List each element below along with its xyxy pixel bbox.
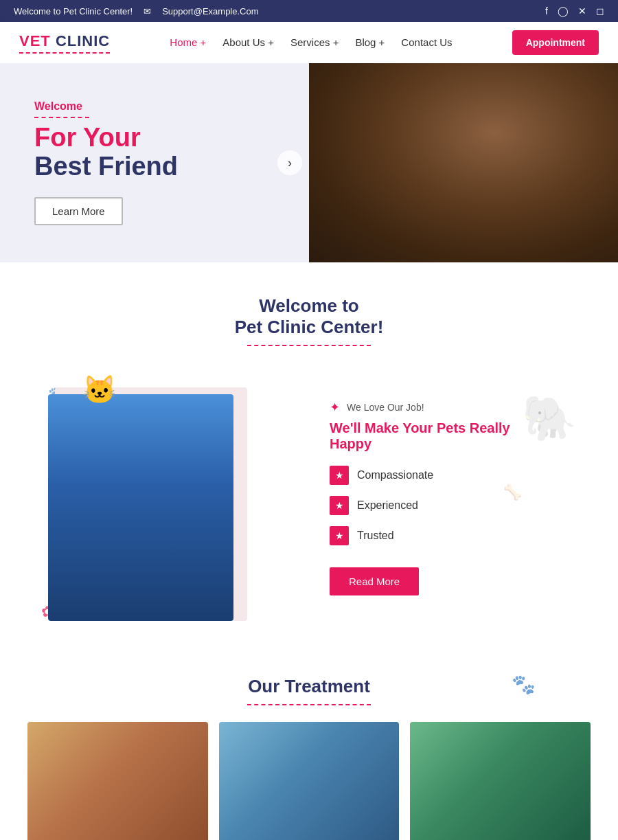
nav-item-blog[interactable]: Blog + — [355, 36, 385, 49]
treatment-image-3 — [410, 722, 591, 840]
topbar-welcome: Welcome to Pet Clinic Center! — [14, 6, 133, 16]
paw-deco-right: 🐾 — [512, 673, 536, 696]
social-links: f ◯ ✕ ◻ — [545, 5, 604, 16]
features-list: ★ Compassionate ★ Experienced ★ Trusted — [330, 466, 577, 545]
welcome-line2: Pet Clinic Center! — [14, 317, 604, 338]
facebook-icon[interactable]: f — [545, 5, 548, 16]
feature-experienced: ★ Experienced — [330, 496, 577, 515]
topbar-email[interactable]: Support@Example.Com — [162, 6, 258, 16]
nav-link-blog[interactable]: Blog + — [355, 36, 385, 48]
about-content: ✦ We Love Our Job! We'll Make Your Pets … — [330, 400, 577, 595]
hero-section: Welcome For Your Best Friend Learn More … — [0, 63, 618, 262]
treatment-grid — [27, 722, 591, 840]
topbar-email-icon: ✉ — [144, 6, 151, 16]
love-job-row: ✦ We Love Our Job! — [330, 400, 522, 415]
hero-next-arrow[interactable]: › — [277, 150, 302, 175]
vet-photo — [48, 394, 233, 621]
hero-welcome-label: Welcome — [34, 100, 275, 113]
nav-item-about[interactable]: About Us + — [222, 36, 274, 49]
feature-label-1: Compassionate — [357, 469, 433, 481]
treatment-dash — [247, 704, 371, 705]
treatment-header: Our Treatment 🐾 — [27, 676, 591, 697]
logo-dash — [19, 52, 110, 54]
feature-label-2: Experienced — [357, 499, 418, 512]
treatment-card-1[interactable] — [27, 722, 208, 840]
navbar: VET CLINIC Home + About Us + Services + … — [0, 22, 618, 63]
about-image-area: 🐾 🐱 ✿ — [41, 374, 302, 621]
nav-links: Home + About Us + Services + Blog + Cont… — [170, 36, 452, 49]
bone-decoration: 🦴 — [503, 484, 522, 501]
feature-trusted: ★ Trusted — [330, 526, 577, 545]
feature-compassionate: ★ Compassionate — [330, 466, 577, 485]
nav-link-about[interactable]: About Us + — [222, 36, 274, 48]
star-icon-love: ✦ — [330, 400, 340, 415]
about-section: 🐾 🐱 ✿ ✦ We Love Our Job! We'll Make Your… — [0, 360, 618, 648]
treatment-title: Our Treatment — [248, 676, 370, 697]
nav-item-contact[interactable]: Contact Us — [401, 36, 452, 49]
hero-title-line2: Best Friend — [34, 152, 275, 181]
read-more-button[interactable]: Read More — [330, 567, 419, 595]
feature-star-1: ★ — [330, 466, 349, 485]
treatment-card-3[interactable] — [410, 722, 591, 840]
twitter-icon[interactable]: ✕ — [578, 5, 586, 16]
hero-dash — [34, 117, 89, 118]
nav-link-home[interactable]: Home + — [170, 36, 206, 48]
welcome-dash — [247, 345, 371, 346]
topbar: Welcome to Pet Clinic Center! ✉ Support@… — [0, 0, 618, 22]
logo: VET CLINIC — [19, 32, 110, 54]
about-tagline: We'll Make Your Pets Really Happy — [330, 420, 522, 452]
love-job-text: We Love Our Job! — [347, 402, 424, 413]
hero-title-line1: For Your — [34, 124, 275, 152]
whatsapp-icon[interactable]: ◻ — [596, 5, 604, 16]
nav-link-contact[interactable]: Contact Us — [401, 36, 452, 48]
hero-image — [309, 63, 618, 262]
feature-star-3: ★ — [330, 526, 349, 545]
welcome-heading: Welcome to Pet Clinic Center! — [14, 295, 604, 338]
elephant-decoration: 🐘 — [522, 393, 577, 444]
cat-decoration: 🐱 — [82, 374, 117, 406]
hero-dog-image — [309, 63, 618, 262]
nav-item-home[interactable]: Home + — [170, 36, 206, 49]
appointment-button[interactable]: Appointment — [512, 30, 599, 55]
welcome-line1: Welcome to — [14, 295, 604, 317]
nav-item-services[interactable]: Services + — [290, 36, 339, 49]
instagram-icon[interactable]: ◯ — [558, 5, 569, 16]
feature-star-2: ★ — [330, 496, 349, 515]
treatment-card-2[interactable] — [219, 722, 400, 840]
learn-more-button[interactable]: Learn More — [34, 197, 123, 225]
feature-label-3: Trusted — [357, 530, 394, 542]
hero-content: Welcome For Your Best Friend Learn More — [0, 63, 309, 262]
welcome-section: Welcome to Pet Clinic Center! — [0, 262, 618, 360]
logo-vet: VET — [19, 32, 51, 49]
treatment-section: Our Treatment 🐾 — [0, 648, 618, 840]
treatment-image-1 — [27, 722, 208, 840]
treatment-image-2 — [219, 722, 400, 840]
nav-link-services[interactable]: Services + — [290, 36, 339, 48]
logo-clinic: CLINIC — [51, 32, 110, 49]
